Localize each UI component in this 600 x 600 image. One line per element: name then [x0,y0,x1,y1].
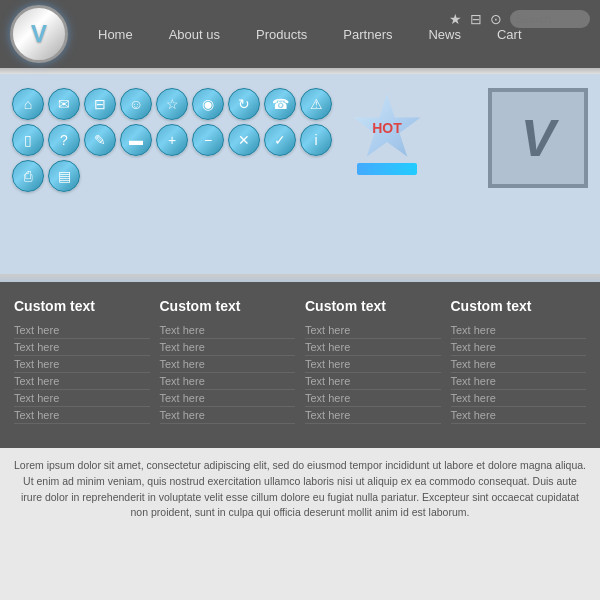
footer-link-3-0[interactable]: Text here [451,322,587,339]
lorem-text: Lorem ipsum dolor sit amet, consectetur … [0,448,600,531]
footer-link-3-4[interactable]: Text here [451,390,587,407]
info-icon[interactable]: i [300,124,332,156]
edit-icon[interactable]: ✎ [84,124,116,156]
footer-link-3-5[interactable]: Text here [451,407,587,424]
hot-badge-area: HOT [342,88,432,175]
nav-item-about-us[interactable]: About us [151,0,238,68]
rss-icon[interactable]: ◉ [192,88,224,120]
footer: Custom textText hereText hereText hereTe… [0,282,600,448]
footer-link-0-2[interactable]: Text here [14,356,150,373]
footer-link-1-4[interactable]: Text here [160,390,296,407]
hot-star: HOT [347,88,427,168]
logo-letter: V [31,20,47,48]
logo-circle[interactable]: V [10,5,68,63]
print-icon[interactable]: ⎙ [12,160,44,192]
footer-link-1-1[interactable]: Text here [160,339,296,356]
footer-link-0-3[interactable]: Text here [14,373,150,390]
footer-col-3: Custom textText hereText hereText hereTe… [451,298,587,424]
minus-icon[interactable]: − [192,124,224,156]
email-icon[interactable]: ✉ [48,88,80,120]
v-logo-box: V [488,88,588,188]
nav-item-home[interactable]: Home [80,0,151,68]
footer-link-0-5[interactable]: Text here [14,407,150,424]
v-box-letter: V [521,108,556,168]
print-icon[interactable]: ⊟ [470,11,482,27]
search-icon[interactable]: ⊙ [490,11,502,27]
help-icon[interactable]: ? [48,124,80,156]
footer-col-2: Custom textText hereText hereText hereTe… [305,298,441,424]
computer-icon[interactable]: ⊟ [84,88,116,120]
footer-link-0-4[interactable]: Text here [14,390,150,407]
footer-link-3-2[interactable]: Text here [451,356,587,373]
footer-col-0: Custom textText hereText hereText hereTe… [14,298,150,424]
separator-2 [0,274,600,282]
footer-link-1-3[interactable]: Text here [160,373,296,390]
footer-link-2-1[interactable]: Text here [305,339,441,356]
search-input[interactable] [510,10,590,28]
footer-link-2-4[interactable]: Text here [305,390,441,407]
content-area: ⌂✉⊟☺☆◉↻☎⚠▯?✎▬+−✕✓i⎙▤ HOT V [0,74,600,274]
star-icon[interactable]: ★ [449,11,462,27]
close-icon[interactable]: ✕ [228,124,260,156]
footer-columns: Custom textText hereText hereText hereTe… [14,298,586,424]
footer-col-1: Custom textText hereText hereText hereTe… [160,298,296,424]
footer-link-1-5[interactable]: Text here [160,407,296,424]
bookmark-icon[interactable]: ☆ [156,88,188,120]
footer-link-2-0[interactable]: Text here [305,322,441,339]
nav-item-products[interactable]: Products [238,0,325,68]
phone-icon[interactable]: ☎ [264,88,296,120]
home-icon[interactable]: ⌂ [12,88,44,120]
nav-item-partners[interactable]: Partners [325,0,410,68]
footer-col-heading-3: Custom text [451,298,587,314]
header: V HomeAbout usProductsPartnersNewsCart ★… [0,0,600,68]
footer-link-1-2[interactable]: Text here [160,356,296,373]
footer-col-heading-2: Custom text [305,298,441,314]
mobile-icon[interactable]: ▯ [12,124,44,156]
top-icons-area: ★ ⊟ ⊙ [449,10,590,28]
footer-link-2-2[interactable]: Text here [305,356,441,373]
book-icon[interactable]: ▤ [48,160,80,192]
footer-link-2-3[interactable]: Text here [305,373,441,390]
footer-link-1-0[interactable]: Text here [160,322,296,339]
footer-link-3-1[interactable]: Text here [451,339,587,356]
hot-label: HOT [372,120,402,136]
footer-link-2-5[interactable]: Text here [305,407,441,424]
footer-link-0-0[interactable]: Text here [14,322,150,339]
add-icon[interactable]: + [156,124,188,156]
footer-col-heading-1: Custom text [160,298,296,314]
footer-link-0-1[interactable]: Text here [14,339,150,356]
footer-col-heading-0: Custom text [14,298,150,314]
card-icon[interactable]: ▬ [120,124,152,156]
user-icon[interactable]: ☺ [120,88,152,120]
refresh-icon[interactable]: ↻ [228,88,260,120]
footer-link-3-3[interactable]: Text here [451,373,587,390]
check-icon[interactable]: ✓ [264,124,296,156]
icon-grid: ⌂✉⊟☺☆◉↻☎⚠▯?✎▬+−✕✓i⎙▤ [12,88,332,192]
warning-icon[interactable]: ⚠ [300,88,332,120]
